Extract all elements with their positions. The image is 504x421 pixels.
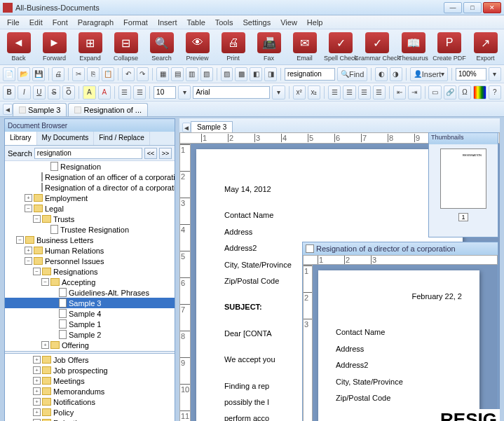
superscript-button[interactable]: x² (293, 85, 306, 99)
tree-item[interactable]: Sample 4 (5, 308, 175, 319)
expand-icon[interactable]: + (33, 377, 41, 385)
expand-icon[interactable]: + (33, 408, 41, 416)
document-tree[interactable]: ResignationResignation of an officer of … (5, 161, 175, 421)
menu-edit[interactable]: Edit (25, 17, 47, 28)
tree-item[interactable]: Sample 3 (5, 298, 175, 308)
tree-item[interactable]: Sample 1 (5, 319, 175, 329)
misc-button-2[interactable]: ▤ (171, 67, 184, 81)
browser-search-input[interactable] (34, 148, 142, 159)
zoom-input[interactable] (456, 68, 486, 81)
menu-settings[interactable]: Settings (238, 17, 275, 28)
font-name-input[interactable] (193, 86, 270, 99)
paste-button[interactable]: 📋 (102, 67, 114, 81)
menu-paragraph[interactable]: Paragraph (74, 17, 118, 28)
spell-check-button[interactable]: ✓Spell Check (325, 32, 357, 62)
vertical-ruler[interactable]: 123456789101112 (179, 144, 191, 421)
tree-item[interactable]: Resignation of an officer of a corporati (5, 172, 175, 182)
close-button[interactable]: ✕ (483, 2, 501, 13)
find-button[interactable]: 🔍Find (337, 67, 367, 81)
ordered-list-button[interactable]: ☰ (118, 85, 131, 99)
indent-dec-button[interactable]: ⇤ (393, 85, 406, 99)
grammar-check-button[interactable]: ✓Grammar Check (361, 32, 393, 62)
font-size-input[interactable] (154, 86, 176, 99)
search-button[interactable]: 🔍Search (146, 32, 177, 62)
highlight-button[interactable]: A (83, 85, 95, 99)
color-picker-button[interactable] (473, 85, 486, 99)
copy-button[interactable]: ⎘ (87, 67, 100, 81)
print-button[interactable]: 🖨 (52, 67, 64, 81)
expand-icon[interactable]: − (25, 205, 32, 212)
minimize-button[interactable]: — (444, 2, 462, 13)
toolbar-btn-b[interactable]: ◑ (390, 67, 402, 81)
preview-button[interactable]: 👁Preview (182, 32, 213, 62)
align-justify-button[interactable]: ☰ (373, 85, 386, 99)
forward-button[interactable]: ►Forward (39, 32, 70, 62)
tree-item[interactable]: Trustee Resignation (5, 224, 175, 235)
tree-item[interactable]: +Meetings (5, 375, 175, 386)
tree-item[interactable]: −Legal (5, 203, 175, 214)
expand-icon[interactable]: − (33, 268, 41, 275)
misc-button-1[interactable]: ▦ (156, 67, 169, 81)
italic-button[interactable]: I (18, 85, 30, 99)
menu-insert[interactable]: Insert (154, 17, 182, 28)
doc-tab-resignation[interactable]: Resignation of ... (68, 103, 148, 116)
sec-doc-scroll[interactable]: 123 February 22, 2 Contact Name Address … (303, 265, 498, 421)
collapse-button[interactable]: ⊟Collapse (110, 32, 142, 62)
expand-icon[interactable]: + (33, 387, 41, 395)
query-button[interactable]: ? (489, 85, 501, 99)
tree-item[interactable]: +Offering (5, 340, 175, 350)
export-button[interactable]: ↗Export (470, 32, 501, 62)
tree-item[interactable]: Resignation of a director of a corporati (5, 182, 175, 193)
tree-item[interactable]: +Job Offers (5, 354, 175, 365)
browser-tab-library[interactable]: Library (5, 132, 37, 145)
tree-splitter[interactable] (5, 351, 175, 354)
thesaurus-button[interactable]: 📖Thesaurus (397, 32, 429, 62)
expand-icon[interactable]: − (33, 215, 41, 223)
tree-item[interactable]: Sample 2 (5, 329, 175, 340)
tree-item[interactable]: +Policy (5, 407, 175, 417)
strike-button[interactable]: S (48, 85, 60, 99)
border-button[interactable]: ▭ (428, 85, 441, 99)
expand-icon[interactable]: − (41, 278, 49, 286)
menu-help[interactable]: Help (303, 17, 327, 28)
tree-item[interactable]: −Personnel Issues (5, 256, 175, 266)
misc-button-8[interactable]: ◨ (264, 67, 277, 81)
misc-button-4[interactable]: ▧ (200, 67, 213, 81)
misc-button-7[interactable]: ◧ (250, 67, 262, 81)
tree-item[interactable]: −Trusts (5, 214, 175, 224)
sec-vertical-ruler[interactable]: 123 (303, 265, 313, 421)
thumbnail-page[interactable]: RESIGNATION (440, 149, 486, 209)
overline-button[interactable]: O̅ (62, 85, 75, 99)
create-pdf-button[interactable]: PCreate PDF (433, 32, 465, 62)
menu-view[interactable]: View (276, 17, 301, 28)
misc-button-5[interactable]: ▨ (221, 67, 233, 81)
expand-icon[interactable]: + (33, 398, 41, 406)
menu-font[interactable]: Font (48, 17, 72, 28)
hyperlink-button[interactable]: 🔗 (444, 85, 456, 99)
tree-item[interactable]: Resignation (5, 161, 175, 172)
tree-item[interactable]: −Business Letters (5, 235, 175, 245)
font-color-button[interactable]: A (98, 85, 111, 99)
doc-tab-sample3[interactable]: Sample 3 (13, 103, 67, 116)
tree-item[interactable]: −Resignations (5, 266, 175, 277)
redo-button[interactable]: ↷ (137, 67, 149, 81)
insert-button[interactable]: 👤Insert ▾ (410, 67, 449, 81)
expand-icon[interactable]: + (33, 356, 41, 364)
cut-button[interactable]: ✂ (72, 67, 85, 81)
open-button[interactable]: 📂 (18, 67, 30, 81)
tree-item[interactable]: +Job prospecting (5, 365, 175, 375)
sec-horizontal-ruler[interactable]: 123 (303, 255, 498, 265)
bold-button[interactable]: B (3, 85, 15, 99)
tree-item[interactable]: +Human Relations (5, 245, 175, 256)
maximize-button[interactable]: □ (463, 2, 482, 13)
align-right-button[interactable]: ☰ (358, 85, 371, 99)
expand-icon[interactable]: + (25, 247, 32, 254)
align-center-button[interactable]: ☰ (343, 85, 355, 99)
tab-nav-left[interactable]: ◄ (3, 104, 13, 115)
misc-button-6[interactable]: ▩ (235, 67, 247, 81)
unordered-list-button[interactable]: ☰ (133, 85, 146, 99)
indent-inc-button[interactable]: ⇥ (408, 85, 421, 99)
save-button[interactable]: 💾 (32, 67, 45, 81)
menu-format[interactable]: Format (119, 17, 152, 28)
search-next-button[interactable]: >> (159, 148, 172, 159)
